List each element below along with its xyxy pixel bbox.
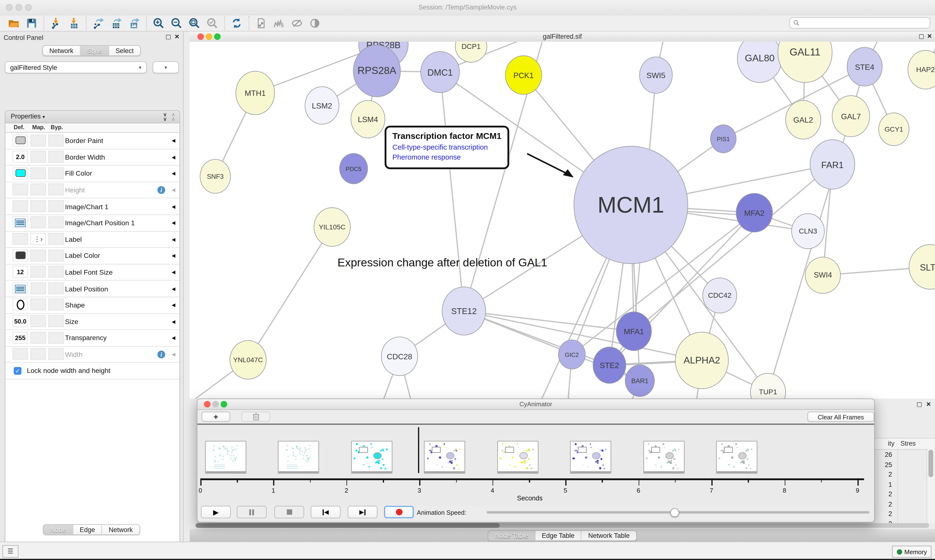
property-row[interactable]: Border Paint◀ (5, 133, 179, 149)
play-button[interactable]: ▶ (201, 506, 231, 518)
pause-button[interactable] (237, 506, 266, 518)
network-node-pdc5[interactable]: PDC5 (339, 153, 368, 184)
frame-thumbnail-1[interactable] (278, 441, 319, 472)
table-vscrollbar[interactable] (927, 449, 935, 523)
frame-thumbnail-2[interactable] (351, 441, 392, 472)
network-node-gal2[interactable]: GAL2 (785, 100, 821, 139)
float-table-icon[interactable]: ▢ (916, 401, 922, 408)
default-value-cell[interactable] (12, 282, 28, 294)
tab-node[interactable]: Node (44, 525, 73, 534)
default-value-cell[interactable] (12, 233, 28, 245)
expand-row-icon[interactable]: ◀ (172, 302, 175, 308)
network-node-gic2[interactable]: GIC2 (558, 340, 586, 369)
bypass-cell[interactable] (48, 233, 64, 245)
network-node-snf3[interactable]: SNF3 (200, 159, 231, 194)
default-value-cell[interactable] (12, 348, 28, 360)
property-row[interactable]: Image/Chart 1◀ (5, 198, 179, 215)
mapping-cell[interactable] (31, 200, 46, 212)
default-value-cell[interactable]: 2.0 (12, 151, 28, 163)
zoom-fit-icon[interactable] (187, 16, 202, 31)
property-row[interactable]: Label Color◀ (5, 248, 179, 265)
network-node-far1[interactable]: FAR1 (810, 139, 855, 189)
zoom-selected-icon[interactable] (205, 16, 220, 31)
tab-network-table[interactable]: Network Table (582, 531, 636, 540)
network-node-lsm2[interactable]: LSM2 (305, 86, 339, 125)
vscrollbar-thumb[interactable] (928, 450, 933, 477)
tab-node-table[interactable]: Node Table (488, 531, 535, 540)
frame-thumbnail-6[interactable] (643, 441, 685, 472)
network-node-alpha2[interactable]: ALPHA2 (675, 332, 728, 389)
expand-row-icon[interactable]: ◀ (172, 352, 175, 357)
properties-header[interactable]: Properties ▾ ∨∨ ∧∧ (5, 111, 179, 123)
bypass-cell[interactable] (48, 332, 64, 343)
bypass-cell[interactable] (48, 249, 64, 261)
close-table-icon[interactable]: ✕ (926, 401, 931, 408)
default-value-cell[interactable] (12, 217, 28, 228)
import-network-icon[interactable] (48, 16, 64, 31)
add-frame-button[interactable]: + (202, 412, 230, 422)
tab-select[interactable]: Select (109, 46, 140, 55)
open-session-icon[interactable] (6, 16, 22, 31)
info-icon[interactable]: i (157, 186, 165, 194)
frame-thumbnail-4[interactable] (497, 441, 538, 472)
expand-row-icon[interactable]: ◀ (172, 335, 175, 341)
bypass-cell[interactable] (48, 167, 64, 179)
speed-slider[interactable] (486, 511, 869, 514)
lock-size-checkbox[interactable]: ✓ (14, 367, 22, 375)
expand-row-icon[interactable]: ◀ (172, 269, 175, 275)
style-options-button[interactable]: ▾ (153, 61, 179, 73)
column-header[interactable]: Stres (900, 440, 916, 447)
network-node-cdc42[interactable]: CDC42 (702, 278, 737, 313)
frame-thumbnail-5[interactable] (570, 441, 611, 472)
mapping-cell[interactable] (31, 299, 46, 311)
network-node-rps28a[interactable]: RPS28A (353, 45, 401, 97)
playhead[interactable] (418, 427, 419, 473)
annotation-link[interactable]: Cell-type-specific transcription (392, 142, 501, 153)
clear-all-frames-button[interactable]: Clear All Frames (807, 412, 874, 422)
network-node-pck1[interactable]: PCK1 (505, 55, 542, 95)
mapping-cell[interactable] (31, 184, 46, 195)
network-node-yil105c[interactable]: YIL105C (313, 207, 350, 247)
bypass-cell[interactable] (48, 151, 64, 163)
property-row[interactable]: Widthi◀ (5, 347, 179, 363)
property-row[interactable]: Fill Color◀ (5, 166, 179, 182)
clone-network-icon[interactable] (253, 16, 269, 31)
tab-style[interactable]: Style (80, 46, 109, 55)
collapse-all-icon[interactable]: ∧∧ (171, 112, 175, 122)
mapping-cell[interactable] (31, 134, 46, 146)
style-selector[interactable]: galFiltered Style ▾ (5, 61, 147, 73)
bypass-cell[interactable] (48, 134, 64, 146)
network-node-bar1[interactable]: BAR1 (625, 365, 655, 397)
zoom-out-icon[interactable] (169, 16, 184, 31)
property-row[interactable]: Label Position◀ (5, 281, 179, 297)
float-network-icon[interactable]: ▢ (919, 33, 924, 39)
mapping-cell[interactable] (31, 282, 46, 294)
network-node-gal7[interactable]: GAL7 (832, 95, 870, 137)
network-node-dmc1[interactable]: DMC1 (421, 51, 460, 93)
network-node-ste2[interactable]: STE2 (592, 347, 626, 384)
skip-to-end-button[interactable]: ▶ (348, 506, 377, 518)
default-value-cell[interactable]: 12 (12, 266, 28, 278)
close-network-icon[interactable]: ✕ (927, 33, 932, 39)
tab-edge-table[interactable]: Edge Table (535, 531, 582, 540)
record-button[interactable] (384, 506, 414, 518)
bypass-cell[interactable] (48, 184, 64, 195)
show-all-icon[interactable] (307, 16, 322, 31)
default-value-cell[interactable]: 50.0 (12, 315, 28, 327)
default-value-cell[interactable] (12, 299, 28, 311)
bypass-cell[interactable] (48, 200, 64, 212)
expand-row-icon[interactable]: ◀ (172, 319, 175, 324)
mapping-cell[interactable] (31, 315, 46, 327)
hide-selected-icon[interactable] (289, 16, 305, 31)
expand-row-icon[interactable]: ◀ (172, 187, 175, 193)
zoom-in-icon[interactable] (151, 16, 167, 31)
network-node-swi4[interactable]: SWI4 (805, 257, 841, 294)
property-row[interactable]: ⋮›Label◀ (5, 232, 179, 248)
default-value-cell[interactable] (12, 249, 28, 261)
default-value-cell[interactable] (12, 167, 28, 179)
delete-frame-button[interactable] (242, 412, 270, 422)
network-node-mth1[interactable]: MTH1 (236, 71, 275, 115)
property-row[interactable]: 2.0Border Width◀ (5, 149, 179, 166)
annotation-link[interactable]: Pheromone response (392, 153, 501, 163)
first-neighbors-icon[interactable] (271, 16, 287, 31)
